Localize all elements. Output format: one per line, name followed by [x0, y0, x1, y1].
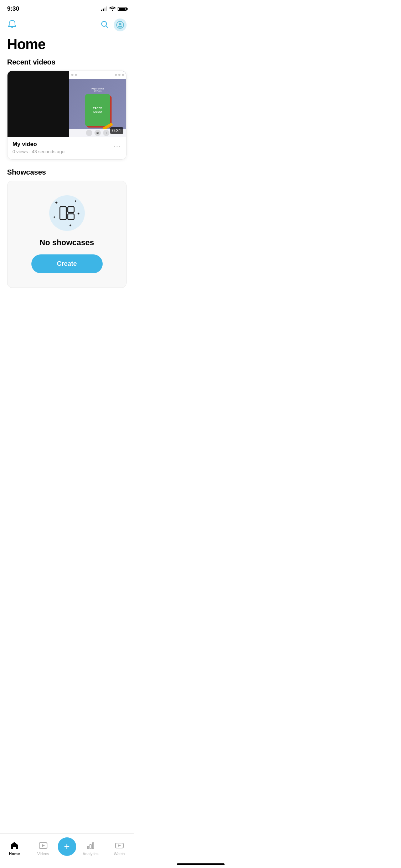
paper-demo-text: PAPERDEMO	[93, 107, 103, 113]
page-title: Home	[0, 33, 134, 58]
video-stats: 0 views · 43 seconds ago	[12, 149, 114, 154]
svg-line-1	[106, 26, 108, 28]
recent-videos-title: Recent videos	[0, 58, 134, 71]
status-time: 9:30	[7, 5, 19, 12]
showcases-section: Showcases ✦ ✦ ✦ ✦ ✦ No showcases Create	[0, 168, 134, 288]
create-button[interactable]: Create	[31, 254, 103, 273]
showcases-card: ✦ ✦ ✦ ✦ ✦ No showcases Create	[7, 181, 127, 288]
showcases-title: Showcases	[0, 168, 134, 181]
showcase-empty-icon: ✦ ✦ ✦ ✦ ✦	[49, 195, 85, 231]
video-info: My video 0 views · 43 seconds ago ···	[7, 137, 126, 159]
video-thumbnail: Paper Demo17 Pages PAPERDEMO ··· ▣ + 0:3…	[7, 71, 126, 137]
search-icon[interactable]	[100, 20, 109, 30]
svg-text:✦: ✦	[74, 199, 77, 203]
status-bar: 9:30	[0, 0, 134, 16]
svg-point-4	[119, 25, 119, 26]
battery-icon	[118, 7, 127, 11]
recent-videos-section: Recent videos Paper Demo17 Pages PAPERDE…	[0, 58, 134, 160]
svg-point-5	[121, 25, 122, 26]
no-showcases-text: No showcases	[40, 238, 94, 247]
svg-text:✦: ✦	[53, 215, 56, 219]
signal-icon	[101, 7, 107, 11]
avatar[interactable]	[114, 19, 127, 31]
more-options-icon[interactable]: ···	[114, 143, 121, 150]
video-title: My video	[12, 141, 114, 148]
header-row	[0, 16, 134, 33]
paper-demo-card: PAPERDEMO	[85, 94, 110, 126]
video-duration: 0:31	[110, 127, 123, 134]
status-icons	[101, 6, 127, 12]
wifi-icon	[109, 6, 115, 12]
svg-text:✦: ✦	[69, 223, 72, 227]
notification-bell-icon[interactable]	[7, 19, 17, 31]
video-card[interactable]: Paper Demo17 Pages PAPERDEMO ··· ▣ + 0:3…	[7, 71, 127, 160]
svg-text:✦: ✦	[55, 200, 58, 205]
video-meta: My video 0 views · 43 seconds ago	[12, 141, 114, 154]
svg-text:✦: ✦	[77, 212, 80, 216]
header-right	[100, 19, 127, 31]
